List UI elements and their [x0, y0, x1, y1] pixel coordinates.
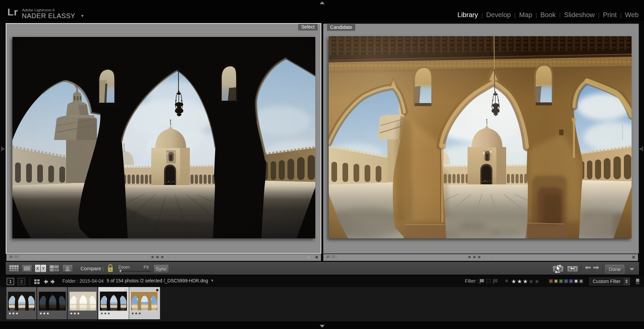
- svg-text:Done: Done: [609, 266, 621, 272]
- svg-text:Y: Y: [42, 266, 45, 271]
- svg-text:X: X: [36, 266, 39, 271]
